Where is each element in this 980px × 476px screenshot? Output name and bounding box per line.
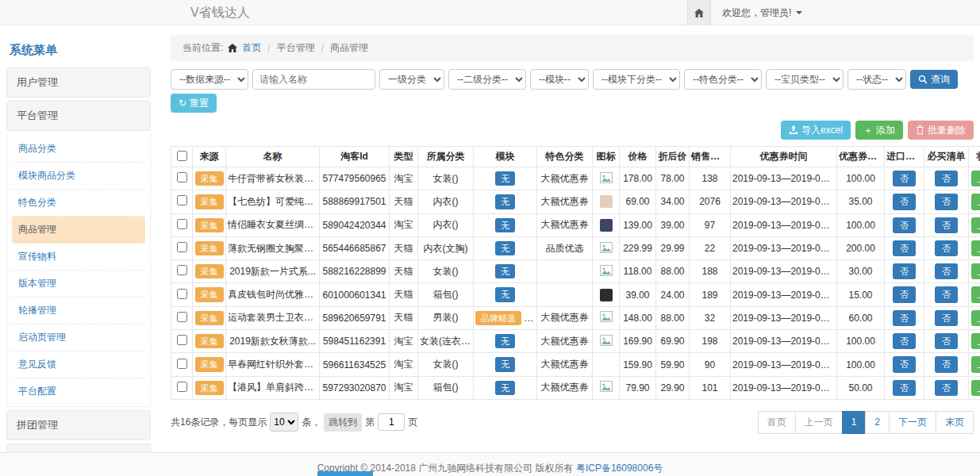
type-cell: 淘宝 [390,167,418,190]
import-select-badge[interactable]: 否 [893,380,916,396]
row-checkbox[interactable] [177,312,187,322]
must-buy-badge[interactable]: 否 [935,356,958,372]
column-header-6: 特色分类 [537,147,593,167]
filter-select-0[interactable]: --数据来源-- [171,69,248,90]
row-checkbox[interactable] [177,359,187,369]
import-select-badge[interactable]: 否 [893,286,916,302]
import-select-badge[interactable]: 否 [893,333,916,349]
name-search-input[interactable] [252,69,375,90]
import-select-badge[interactable]: 否 [893,217,916,233]
status-badge[interactable]: 上架 [971,263,980,279]
jump-page-input[interactable] [378,413,405,431]
sidebar: 系统菜单 用户管理平台管理商品分类模块商品分类特色分类商品管理宣传物料版本管理轮… [6,35,151,452]
sidebar-subitem-2[interactable]: 特色分类 [12,190,145,217]
filter-select-5[interactable]: --模块下分类-- [593,69,680,90]
batch-delete-button[interactable]: 批量删除 [908,121,974,140]
status-badge[interactable]: 上架 [971,356,980,372]
must-buy-badge[interactable]: 否 [935,380,958,396]
price-cell: 159.90 [620,353,656,376]
status-badge[interactable]: 上架 [971,310,980,326]
must-buy-badge[interactable]: 否 [935,263,958,279]
user-menu[interactable]: 欢迎您，管理员! [711,0,813,25]
must-buy-badge[interactable]: 否 [935,286,958,302]
filter-select-8[interactable]: --状态-- [847,69,906,90]
coupon-amount-cell: 35.00 [837,190,885,213]
must-buy-badge[interactable]: 否 [935,217,958,233]
sidebar-subitem-8[interactable]: 意见反馈 [12,351,145,378]
jump-suffix: 页 [408,416,417,429]
coupon-time-cell: 2019-09-13—2019-09-20 [731,283,837,306]
import-select-badge[interactable]: 否 [893,263,916,279]
name-cell: 【港风】单肩斜跨链条... [226,376,320,399]
welcome-text: 欢迎您，管理员! [722,6,791,20]
status-badge[interactable]: 上架 [971,217,980,233]
page-button-首页[interactable]: 首页 [758,411,796,434]
status-badge[interactable]: 上架 [971,333,980,349]
column-header-4: 所属分类 [418,147,474,167]
row-checkbox[interactable] [177,289,187,299]
reset-button[interactable]: ↻ 重置 [171,94,217,113]
sidebar-subitem-6[interactable]: 轮播管理 [12,298,145,324]
sidebar-subitem-9[interactable]: 平台配置 [12,378,145,405]
feature-cell: 大额优惠券 [537,190,593,213]
topbar: V省钱达人 欢迎您，管理员! [0,0,980,25]
sidebar-subitem-0[interactable]: 商品分类 [12,136,145,163]
row-checkbox[interactable] [177,172,187,182]
must-buy-badge[interactable]: 否 [935,240,958,256]
status-badge[interactable]: 上架 [971,380,980,396]
must-buy-badge[interactable]: 否 [935,310,958,326]
breadcrumb-home-link[interactable]: 首页 [242,41,261,55]
sidebar-item-3[interactable]: 省惠快报 [6,443,151,452]
sidebar-subitem-7[interactable]: 启动页管理 [12,324,145,351]
page-button-下一页[interactable]: 下一页 [889,411,936,434]
row-checkbox[interactable] [177,382,187,392]
status-badge[interactable]: 上架 [971,240,980,256]
sidebar-item-0[interactable]: 用户管理 [6,67,151,98]
page-button-末页[interactable]: 末页 [936,411,974,434]
must-buy-badge[interactable]: 否 [935,171,958,186]
page-button-上一页[interactable]: 上一页 [795,411,843,434]
status-badge[interactable]: 上架 [971,171,980,186]
filter-select-7[interactable]: --宝贝类型-- [766,69,844,90]
icp-link[interactable]: 粤ICP备16098006号 [576,463,663,474]
sales-cell: 138 [690,167,731,190]
import-select-badge[interactable]: 否 [893,240,916,256]
status-badge[interactable]: 上架 [971,194,980,209]
sidebar-subitem-1[interactable]: 模块商品分类 [12,163,145,190]
icon-cell [593,213,620,236]
per-page-select[interactable]: 10 [270,413,298,432]
sidebar-subitem-3[interactable]: 商品管理 [12,217,145,244]
home-button[interactable] [687,0,711,25]
import-select-badge[interactable]: 否 [893,310,916,326]
must-buy-badge[interactable]: 否 [935,194,958,209]
page-button-1[interactable]: 1 [842,411,867,434]
feature-cell: 大额优惠券 [537,213,593,236]
sidebar-subitem-4[interactable]: 宣传物料 [12,244,145,271]
row-checkbox[interactable] [177,335,187,345]
row-checkbox[interactable] [177,265,187,275]
pagination-bar: 共16条记录，每页显示 10 条， 跳转到 第 页 首页上一页12下一页末页 [171,411,974,434]
filter-select-4[interactable]: --模块-- [530,69,589,90]
sales-cell: 22 [690,236,731,259]
search-button[interactable]: 查询 [910,70,958,89]
filter-select-6[interactable]: --特色分类-- [684,69,762,90]
row-checkbox[interactable] [177,242,187,252]
select-all-checkbox[interactable] [177,151,187,161]
must-buy-badge[interactable]: 否 [935,333,958,349]
sidebar-item-2[interactable]: 拼团管理 [6,410,151,440]
filter-select-3[interactable]: --二级分类-- [448,69,526,90]
filter-select-2[interactable]: 一级分类 [379,69,444,90]
sidebar-item-1[interactable]: 平台管理 [6,101,151,131]
row-checkbox[interactable] [177,219,187,229]
row-checkbox[interactable] [177,195,187,205]
module-cell: 无 [474,353,537,376]
sidebar-subitem-5[interactable]: 版本管理 [12,271,145,298]
import-select-badge[interactable]: 否 [893,171,916,186]
add-button[interactable]: ＋ 添加 [855,121,903,140]
import-select-badge[interactable]: 否 [893,356,916,372]
table-body: 采集牛仔背带裤女秋装减龄...577479560965淘宝女装()无大额优惠券1… [171,167,980,400]
import-excel-button[interactable]: 导入excel [781,121,851,140]
import-select-badge[interactable]: 否 [893,194,916,209]
page-button-2[interactable]: 2 [865,411,890,434]
status-badge[interactable]: 上架 [971,286,980,302]
